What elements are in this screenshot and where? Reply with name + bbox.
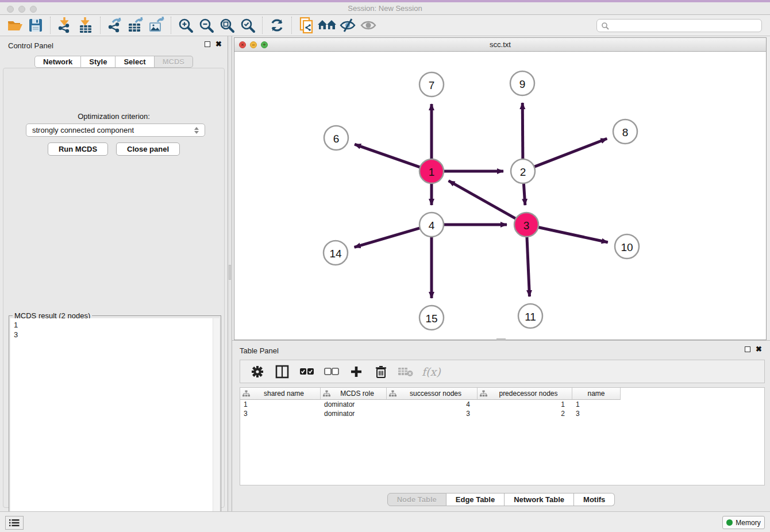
network-graph[interactable]: 7968124314101511: [234, 52, 766, 340]
zoom-out-icon[interactable]: [196, 16, 217, 34]
open-folder-icon[interactable]: [5, 16, 25, 34]
duplicate-network-icon[interactable]: [296, 16, 317, 34]
table-tab-node-table[interactable]: Node Table: [387, 493, 446, 506]
control-tab-mcds[interactable]: MCDS: [155, 56, 193, 68]
node-11[interactable]: 11: [518, 304, 542, 328]
panel-splitter-vertical[interactable]: [228, 36, 232, 511]
node-8[interactable]: 8: [613, 119, 637, 144]
task-history-button[interactable]: [5, 516, 24, 530]
import-network-icon[interactable]: [55, 16, 75, 34]
table-panel-title: Table Panel: [240, 346, 279, 355]
table-cell[interactable]: 1: [240, 400, 321, 408]
edge-4-14[interactable]: [355, 228, 420, 248]
window-controls-inactive[interactable]: [7, 6, 37, 13]
table-cell[interactable]: 1: [572, 400, 621, 408]
select-all-columns-icon[interactable]: [298, 363, 315, 381]
close-table-panel-icon[interactable]: ✖: [756, 346, 762, 352]
search-input[interactable]: [609, 22, 757, 30]
edge-1-6[interactable]: [355, 144, 420, 167]
export-image-icon[interactable]: [146, 16, 167, 34]
table-cell[interactable]: 3: [387, 410, 478, 418]
run-mcds-button[interactable]: Run MCDS: [48, 142, 108, 156]
column-type-icon: [389, 390, 396, 398]
optimization-dropdown[interactable]: strongly connected component: [26, 124, 205, 137]
table-cell[interactable]: 3: [240, 410, 321, 418]
edge-3-11[interactable]: [527, 237, 530, 296]
deselect-all-columns-icon[interactable]: [323, 363, 340, 381]
column-header-shared-name[interactable]: shared name: [240, 388, 321, 400]
mcds-result-text[interactable]: 13: [10, 318, 213, 531]
node-6[interactable]: 6: [324, 126, 348, 150]
node-15[interactable]: 15: [419, 306, 444, 330]
export-network-icon[interactable]: [105, 16, 125, 34]
maximize-window-icon[interactable]: [30, 6, 37, 13]
table-cell[interactable]: 2: [478, 410, 572, 418]
control-tab-select[interactable]: Select: [116, 56, 154, 68]
edge-2-8[interactable]: [534, 138, 607, 167]
network-zoom-icon[interactable]: +: [261, 41, 268, 48]
memory-button[interactable]: Memory: [722, 516, 765, 529]
column-type-icon: [480, 390, 487, 398]
control-tab-style[interactable]: Style: [81, 56, 116, 68]
node-1[interactable]: 1: [419, 159, 444, 183]
node-2[interactable]: 2: [511, 159, 535, 183]
edge-3-1[interactable]: [449, 181, 516, 219]
close-panel-button[interactable]: Close panel: [116, 142, 180, 156]
splitter-grip[interactable]: [229, 265, 231, 280]
network-close-icon[interactable]: ×: [239, 41, 246, 48]
table-tab-motifs[interactable]: Motifs: [574, 493, 615, 506]
table-cell[interactable]: 4: [387, 400, 478, 408]
search-box[interactable]: [596, 19, 762, 32]
export-table-icon[interactable]: [125, 16, 146, 34]
float-table-panel-icon[interactable]: [745, 346, 750, 352]
import-table-icon[interactable]: [75, 16, 96, 34]
control-tab-network[interactable]: Network: [34, 56, 81, 68]
gear-icon[interactable]: [249, 363, 266, 381]
network-window-titlebar[interactable]: × − + scc.txt: [234, 38, 766, 52]
minimize-window-icon[interactable]: [18, 6, 25, 13]
node-14[interactable]: 14: [324, 241, 348, 265]
edge-2-9[interactable]: [522, 103, 523, 159]
table-row[interactable]: 3dominator323: [240, 409, 764, 418]
show-graphics-icon[interactable]: [358, 16, 379, 34]
node-7[interactable]: 7: [419, 72, 444, 97]
close-window-icon[interactable]: [7, 6, 14, 13]
svg-text:10: 10: [621, 241, 633, 253]
column-header-name[interactable]: name: [572, 388, 621, 400]
table-row[interactable]: 1dominator411: [240, 400, 764, 409]
float-panel-icon[interactable]: [205, 41, 210, 47]
edge-2-3[interactable]: [523, 183, 525, 205]
memory-status-icon: [726, 519, 733, 526]
table-cell[interactable]: 1: [478, 400, 572, 408]
table-cell[interactable]: 3: [572, 410, 621, 418]
node-9[interactable]: 9: [510, 71, 534, 95]
add-column-icon[interactable]: [348, 363, 365, 381]
close-panel-icon[interactable]: ✖: [215, 41, 222, 47]
column-header-predecessor-nodes[interactable]: predecessor nodes: [478, 388, 572, 400]
table-cell[interactable]: dominator: [321, 400, 387, 408]
zoom-in-icon[interactable]: [175, 16, 196, 34]
network-canvas[interactable]: 7968124314101511: [234, 52, 766, 340]
table-panel: Table Panel ✖ f(x) shared nameMCDS roles…: [232, 340, 770, 511]
network-minimize-icon[interactable]: −: [250, 41, 257, 48]
column-header-successor-nodes[interactable]: successor nodes: [387, 388, 478, 400]
edge-3-10[interactable]: [538, 227, 608, 242]
node-10[interactable]: 10: [615, 234, 639, 259]
hide-graphics-icon[interactable]: [337, 16, 358, 34]
column-header-MCDS-role[interactable]: MCDS role: [321, 388, 387, 400]
delete-column-icon[interactable]: [372, 363, 390, 381]
node-table[interactable]: shared nameMCDS rolesuccessor nodesprede…: [240, 387, 765, 485]
zoom-selected-icon[interactable]: [237, 16, 258, 34]
svg-text:14: 14: [329, 248, 342, 260]
zoom-fit-icon[interactable]: [217, 16, 237, 34]
table-tab-edge-table[interactable]: Edge Table: [446, 493, 505, 506]
node-4[interactable]: 4: [419, 213, 444, 237]
home-icon[interactable]: [317, 16, 337, 34]
table-cell[interactable]: dominator: [321, 410, 387, 418]
table-tab-network-table[interactable]: Network Table: [505, 493, 574, 506]
refresh-layout-icon[interactable]: [267, 16, 287, 34]
save-icon[interactable]: [25, 16, 46, 34]
node-3[interactable]: 3: [514, 213, 538, 237]
split-columns-icon[interactable]: [274, 363, 291, 381]
result-scrollbar[interactable]: [213, 318, 220, 531]
